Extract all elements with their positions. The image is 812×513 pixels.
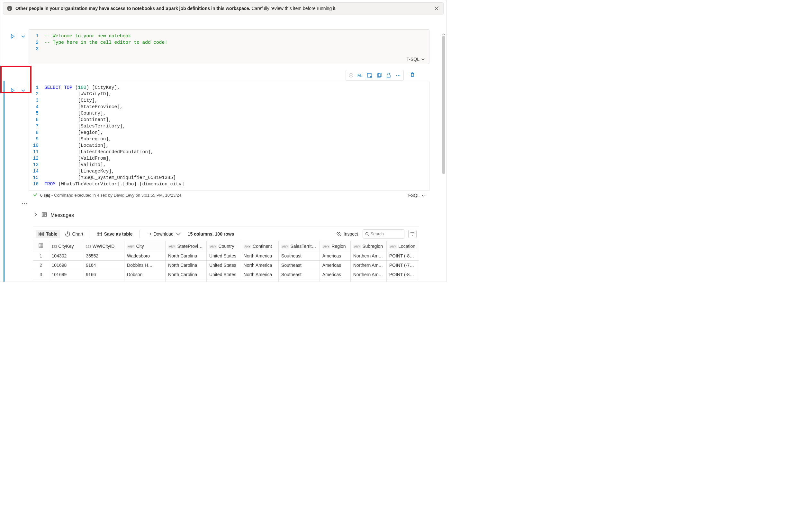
table-cell: Southeast bbox=[279, 270, 320, 279]
cell-1-code[interactable]: 1-- Welcome to your new notebook2-- Type… bbox=[29, 30, 429, 55]
column-header[interactable]: ANYSubregion bbox=[350, 241, 386, 251]
table-cell: Americas bbox=[320, 251, 350, 261]
svg-rect-9 bbox=[39, 232, 44, 236]
code-line: 5 [Country], bbox=[29, 110, 429, 116]
save-as-table-button[interactable]: Save as table bbox=[94, 230, 135, 238]
cell-menu-button[interactable] bbox=[20, 33, 26, 39]
column-header[interactable]: ANYContinent bbox=[241, 241, 279, 251]
results-toolbar: Table Chart Save as table Download bbox=[33, 227, 419, 241]
chevron-right-icon bbox=[33, 212, 38, 218]
messages-icon bbox=[41, 212, 47, 219]
table-cell: Northern Amer… bbox=[350, 251, 386, 261]
toolbar-copy-button[interactable] bbox=[375, 71, 383, 80]
search-input[interactable] bbox=[371, 232, 402, 236]
view-chart-button[interactable]: Chart bbox=[62, 230, 86, 238]
column-header[interactable]: ANYSalesTerritory bbox=[279, 241, 320, 251]
banner-rest: Carefully review this item before runnin… bbox=[251, 6, 337, 11]
info-banner: i Other people in your organization may … bbox=[3, 2, 444, 15]
column-header[interactable]: ANYStateProvince bbox=[166, 241, 207, 251]
cell-2-gutter bbox=[3, 81, 28, 93]
table-row[interactable]: 110430235552WadesboroNorth CarolinaUnite… bbox=[33, 251, 419, 261]
table-row[interactable]: 21016989164Dobbins H…North CarolinaUnite… bbox=[33, 261, 419, 270]
run-cell-button[interactable] bbox=[9, 33, 16, 39]
cell-1-body[interactable]: 1-- Welcome to your new notebook2-- Type… bbox=[29, 29, 430, 64]
banner-close-button[interactable] bbox=[434, 5, 439, 11]
search-icon bbox=[365, 232, 369, 237]
view-table-button[interactable]: Table bbox=[36, 230, 60, 238]
toolbar-lock-button[interactable] bbox=[384, 71, 393, 80]
table-cell: 35552 bbox=[83, 251, 124, 261]
column-header[interactable]: ANYLocation bbox=[386, 241, 419, 251]
cell-language-selector[interactable]: T-SQL bbox=[407, 193, 426, 198]
table-cell: North Carolina bbox=[166, 261, 207, 270]
results-summary: 15 columns, 100 rows bbox=[188, 232, 234, 237]
table-corner-cell[interactable] bbox=[33, 241, 49, 251]
filter-button[interactable] bbox=[408, 230, 416, 238]
code-line: 3 [City], bbox=[29, 97, 429, 104]
toolbar-more-button[interactable] bbox=[394, 71, 403, 80]
table-cell: Americas bbox=[320, 279, 350, 282]
scroll-up-arrow[interactable] bbox=[442, 32, 445, 35]
cell-language-selector[interactable]: T-SQL bbox=[407, 57, 425, 62]
messages-section[interactable]: Messages bbox=[33, 212, 430, 219]
table-cell: North America bbox=[241, 279, 279, 282]
more-dots[interactable]: ⋯ bbox=[22, 199, 28, 207]
column-header[interactable]: ANYCity bbox=[124, 241, 166, 251]
toolbar-disabled-button bbox=[347, 71, 355, 80]
column-header[interactable]: 123CityKey bbox=[49, 241, 83, 251]
banner-bold: Other people in your organization may ha… bbox=[16, 6, 251, 11]
row-index: 1 bbox=[33, 251, 49, 261]
svg-point-5 bbox=[396, 75, 397, 76]
inspect-icon bbox=[336, 231, 342, 237]
results-table: 123CityKey123WWICityIDANYCityANYStatePro… bbox=[33, 241, 419, 281]
table-cell: POINT (-77.85. bbox=[386, 279, 419, 282]
results-panel: Table Chart Save as table Download bbox=[33, 226, 419, 281]
execution-index: [1] bbox=[45, 193, 50, 197]
table-cell: Southeast bbox=[279, 261, 320, 270]
table-header-row: 123CityKey123WWICityIDANYCityANYStatePro… bbox=[33, 241, 419, 251]
table-cell: 101699 bbox=[49, 270, 83, 279]
table-cell: United States bbox=[206, 251, 241, 261]
cell-2-body[interactable]: 1SELECT TOP (100) [CityKey],2 [WWICityID… bbox=[29, 81, 430, 191]
run-cell-button[interactable] bbox=[9, 87, 16, 93]
table-cell: Dobson bbox=[124, 270, 166, 279]
delete-cell-button[interactable] bbox=[409, 71, 416, 78]
search-box[interactable] bbox=[362, 230, 404, 239]
cell-2-code[interactable]: 1SELECT TOP (100) [CityKey],2 [WWICityID… bbox=[29, 81, 429, 191]
code-line: 6 [Continent], bbox=[29, 116, 429, 123]
svg-rect-4 bbox=[387, 75, 390, 77]
filter-icon bbox=[410, 232, 415, 237]
column-header[interactable]: ANYCountry bbox=[206, 241, 241, 251]
inspect-button[interactable]: Inspect bbox=[334, 230, 361, 238]
toolbar-clear-button[interactable] bbox=[365, 71, 374, 80]
cell-1-gutter bbox=[3, 29, 28, 39]
table-cell: Wadesboro bbox=[124, 251, 166, 261]
code-line: 1-- Welcome to your new notebook bbox=[29, 33, 429, 39]
cell-1-lang-label: T-SQL bbox=[407, 57, 419, 62]
cell-menu-button[interactable] bbox=[20, 87, 26, 93]
messages-label: Messages bbox=[51, 212, 74, 218]
scrollbar-thumb[interactable] bbox=[442, 36, 445, 174]
download-label: Download bbox=[154, 232, 174, 237]
row-index: 4 bbox=[33, 279, 49, 282]
table-cell: United States bbox=[206, 270, 241, 279]
chevron-down-icon bbox=[421, 57, 425, 61]
notebook-area: 1-- Welcome to your new notebook2-- Type… bbox=[0, 17, 446, 281]
grid-icon bbox=[38, 243, 44, 248]
table-row[interactable]: 41017009277DortchesNorth CarolinaUnited … bbox=[33, 279, 419, 282]
download-button[interactable]: Download bbox=[143, 230, 184, 238]
column-header[interactable]: 123WWICityID bbox=[83, 241, 124, 251]
table-row[interactable]: 31016999166DobsonNorth CarolinaUnited St… bbox=[33, 270, 419, 279]
toolbar-markdown-button[interactable]: M↓ bbox=[356, 73, 364, 78]
row-index: 2 bbox=[33, 261, 49, 270]
column-header[interactable]: ANYRegion bbox=[320, 241, 350, 251]
code-line: 13 [ValidTo], bbox=[29, 162, 429, 168]
chevron-down-icon bbox=[421, 193, 426, 197]
table-cell: Americas bbox=[320, 270, 350, 279]
code-line: 2-- Type here in the cell editor to add … bbox=[29, 39, 429, 46]
code-line: 3 bbox=[29, 46, 429, 52]
code-line: 14 [LineageKey], bbox=[29, 168, 429, 174]
svg-point-12 bbox=[366, 232, 368, 235]
code-line: 12 [ValidFrom], bbox=[29, 155, 429, 162]
table-cell: United States bbox=[206, 279, 241, 282]
